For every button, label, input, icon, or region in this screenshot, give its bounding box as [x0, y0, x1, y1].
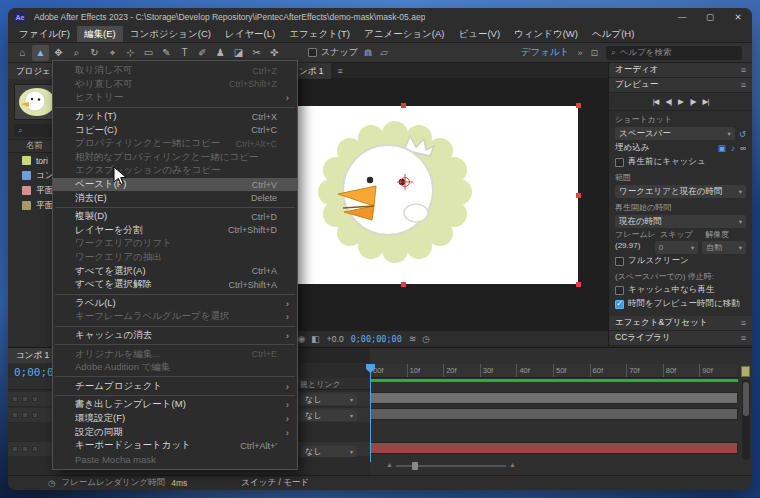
menu-item[interactable]: やり直し不可 Ctrl+Shift+Z	[53, 78, 297, 92]
menu-item[interactable]: ラベル(L) ›	[53, 297, 297, 311]
close-button[interactable]: ✕	[724, 8, 752, 26]
menu-item[interactable]: 消去(E) Delete	[53, 191, 297, 205]
menu-item[interactable]: ペースト(P) Ctrl+V	[53, 178, 297, 192]
menu-item[interactable]: 複製(D) Ctrl+D	[53, 210, 297, 224]
duck-layer-image[interactable]	[310, 112, 480, 272]
help-search-input[interactable]: ⌕ ヘルプを検索	[606, 46, 742, 60]
play-cached-checkbox[interactable]: ✓	[615, 286, 624, 295]
magnet-icon[interactable]: ⋒	[364, 47, 372, 58]
menubar-item[interactable]: コンポジション(C)	[123, 26, 218, 42]
menubar-item[interactable]: ファイル(F)	[12, 26, 77, 42]
last-frame-button[interactable]: ▶|	[703, 97, 709, 106]
panel-menu-icon[interactable]: ≡	[741, 318, 746, 328]
selection-handle[interactable]	[401, 103, 406, 108]
play-button[interactable]: ▶	[678, 97, 683, 106]
panel-menu-icon[interactable]: ≡	[741, 333, 746, 343]
comp-marker-button[interactable]	[741, 366, 750, 377]
shortcut-select[interactable]: スペースバー▾	[615, 127, 735, 140]
fullscreen-checkbox[interactable]: ✓	[615, 257, 624, 266]
hand-tool-icon[interactable]: ✥	[50, 45, 67, 61]
comp-time-display[interactable]: 0;00;00;00	[351, 334, 402, 344]
menu-item[interactable]: ワークエリアのリフト	[53, 237, 297, 251]
roto-brush-tool-icon[interactable]: ✂	[248, 45, 265, 61]
panel-menu-icon[interactable]: ≡	[337, 66, 342, 76]
layer-duration-bar[interactable]	[370, 392, 738, 404]
tab-effects-presets[interactable]: エフェクト&プリセット ≡	[609, 316, 752, 331]
eye-toggle-icon[interactable]	[12, 396, 18, 402]
panel-menu-icon[interactable]: ≡	[741, 65, 746, 75]
menu-item[interactable]: すべてを選択解除 Ctrl+Shift+A	[53, 278, 297, 292]
layer-duration-bar-red[interactable]	[370, 442, 738, 454]
timeline-zoom-slider[interactable]: ▲ ▲	[386, 461, 516, 471]
parent-link-column-header[interactable]: 親とリンク	[300, 379, 341, 390]
pen-tool-icon[interactable]: ✎	[158, 45, 175, 61]
resolution-select[interactable]: 自動▾	[702, 241, 746, 254]
selection-handle[interactable]	[576, 103, 581, 108]
menu-item[interactable]: プロパティリンクと一緒にコピー Ctrl+Alt+C	[53, 137, 297, 151]
menu-item[interactable]: レイヤーを分割 Ctrl+Shift+D	[53, 224, 297, 238]
menubar-item[interactable]: 編集(E)	[77, 26, 123, 42]
eye-toggle-icon[interactable]	[12, 412, 18, 418]
snap-checkbox[interactable]: ✓	[308, 48, 317, 57]
menu-item[interactable]: ヒストリー ›	[53, 91, 297, 105]
workspace-box-icon[interactable]: ⊡	[590, 48, 598, 58]
menu-item[interactable]: チームプロジェクト ›	[53, 379, 297, 393]
time-ruler[interactable]: 00f10f20f30f40f50f60f70f80f90f	[370, 364, 738, 378]
pan-behind-tool-icon[interactable]: ⊹	[122, 45, 139, 61]
snap-options-icon[interactable]: ▱	[380, 47, 388, 58]
snapshot-icon[interactable]: ◉	[297, 334, 305, 344]
text-tool-icon[interactable]: T	[176, 45, 193, 61]
maximize-button[interactable]: ▢	[696, 8, 724, 26]
menu-item[interactable]: すべてを選択(A) Ctrl+A	[53, 264, 297, 278]
tab-audio[interactable]: オーディオ ≡	[609, 63, 752, 78]
playhead[interactable]	[370, 364, 371, 462]
zoom-in-icon[interactable]: ▲	[509, 461, 516, 468]
menubar-item[interactable]: アニメーション(A)	[357, 26, 452, 42]
tab-preview[interactable]: プレビュー ≡	[609, 78, 752, 93]
eye-toggle-icon[interactable]	[12, 446, 18, 452]
menu-item[interactable]: 設定の同期 ›	[53, 425, 297, 439]
timeline-vertical-scrollbar[interactable]	[742, 380, 750, 460]
menubar-item[interactable]: ウィンドウ(W)	[507, 26, 585, 42]
channels-icon[interactable]: ◧	[311, 334, 320, 344]
loop-icon[interactable]: ∞	[740, 143, 746, 153]
menu-item[interactable]: オリジナルを編集... Ctrl+E	[53, 347, 297, 361]
eraser-tool-icon[interactable]: ◪	[230, 45, 247, 61]
menubar-item[interactable]: ビュー(V)	[451, 26, 507, 42]
menu-item[interactable]: 環境設定(F) ›	[53, 412, 297, 426]
camera-tool-icon[interactable]: ⌖	[104, 45, 121, 61]
selection-tool-icon[interactable]: ▲	[32, 45, 49, 61]
puppet-pin-tool-icon[interactable]: ✜	[266, 45, 283, 61]
zoom-out-icon[interactable]: ▲	[386, 461, 393, 468]
more-workspaces-icon[interactable]: »	[577, 48, 582, 58]
move-time-checkbox[interactable]: ✓	[615, 300, 624, 309]
solo-toggle-icon[interactable]	[32, 412, 38, 418]
menu-item[interactable]: キーフレームラベルグループを選択 ›	[53, 310, 297, 324]
selection-handle[interactable]	[576, 282, 581, 287]
brush-tool-icon[interactable]: ✐	[194, 45, 211, 61]
audio-toggle-icon[interactable]	[22, 396, 28, 402]
video-icon[interactable]: ▣	[718, 143, 726, 153]
menu-item[interactable]: キャッシュの消去 ›	[53, 329, 297, 343]
menu-item[interactable]: エクスプレッションのみをコピー	[53, 164, 297, 178]
solo-toggle-icon[interactable]	[32, 446, 38, 452]
next-frame-button[interactable]: |▶	[690, 97, 696, 106]
cache-before-playback-checkbox[interactable]: ✓	[615, 158, 624, 167]
framerate-value[interactable]: (29.97)	[615, 241, 651, 254]
menu-item[interactable]: 書き出しテンプレート(M) ›	[53, 398, 297, 412]
zoom-tool-icon[interactable]: ⌕	[68, 45, 85, 61]
panel-menu-icon[interactable]: ≡	[741, 80, 746, 90]
shape-tool-icon[interactable]: ▭	[140, 45, 157, 61]
orbit-camera-tool-icon[interactable]: ↻	[86, 45, 103, 61]
menu-item[interactable]: Paste Mocha mask	[53, 452, 297, 466]
audio-toggle-icon[interactable]	[22, 446, 28, 452]
menu-item[interactable]: 取り消し不可 Ctrl+Z	[53, 64, 297, 78]
switch-modes-button[interactable]: スイッチ / モード	[241, 477, 309, 489]
menubar-item[interactable]: エフェクト(T)	[282, 26, 357, 42]
audio-icon[interactable]: ♪	[731, 143, 735, 153]
view-options-icon[interactable]: ◷	[422, 334, 430, 344]
first-frame-button[interactable]: |◀	[653, 97, 659, 106]
clone-stamp-tool-icon[interactable]: ♟	[212, 45, 229, 61]
exposure-value[interactable]: +0.0	[327, 334, 344, 344]
fast-preview-icon[interactable]: ≋	[409, 334, 417, 344]
